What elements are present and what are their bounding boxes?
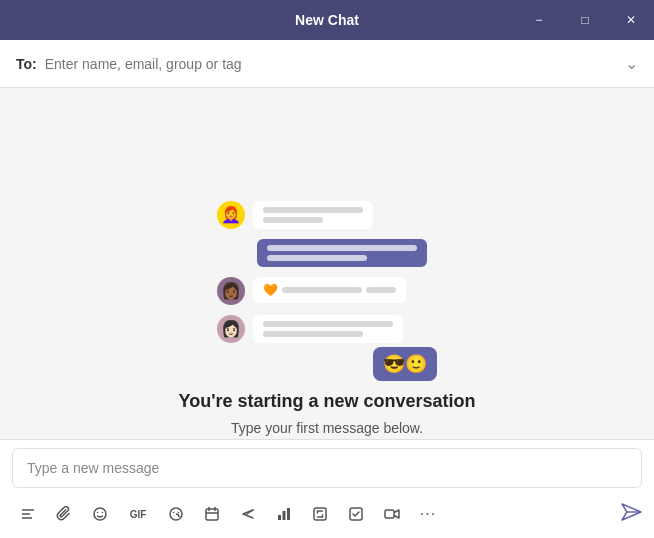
- close-button[interactable]: ✕: [608, 0, 654, 40]
- emoji-button[interactable]: [84, 498, 116, 530]
- poll-icon: [276, 506, 292, 522]
- task-icon: [348, 506, 364, 522]
- to-input[interactable]: [45, 56, 625, 72]
- maximize-button[interactable]: □: [562, 0, 608, 40]
- sticker-button[interactable]: [160, 498, 192, 530]
- emoji-reaction-bubble: 😎🙂: [373, 347, 437, 381]
- svg-point-7: [173, 512, 175, 514]
- message-input-box[interactable]: Type a new message: [12, 448, 642, 488]
- svg-rect-13: [278, 515, 281, 520]
- send-direction-icon: [240, 506, 256, 522]
- window-controls: − □ ✕: [516, 0, 654, 40]
- avatar-2: 👩🏾: [217, 277, 245, 305]
- send-button[interactable]: [620, 501, 642, 528]
- chevron-down-icon[interactable]: ⌄: [625, 54, 638, 73]
- bubble-line: [267, 255, 367, 261]
- chat-illustration: 👩‍🦰 👩🏾: [217, 191, 437, 371]
- task-button[interactable]: [340, 498, 372, 530]
- poll-button[interactable]: [268, 498, 300, 530]
- sticker-icon: [168, 506, 184, 522]
- svg-point-5: [102, 512, 104, 514]
- minimize-button[interactable]: −: [516, 0, 562, 40]
- message-placeholder: Type a new message: [27, 460, 159, 476]
- bubble-line: [263, 207, 363, 213]
- video-button[interactable]: [376, 498, 408, 530]
- to-field-container: To: ⌄: [0, 40, 654, 88]
- urgent-button[interactable]: [232, 498, 264, 530]
- gif-button[interactable]: GIF: [120, 498, 156, 530]
- format-button[interactable]: [12, 498, 44, 530]
- svg-point-4: [97, 512, 99, 514]
- bubble-line: [263, 217, 323, 223]
- more-dots-icon: ···: [420, 505, 436, 523]
- message-input-area: Type a new message: [0, 439, 654, 538]
- svg-rect-9: [206, 509, 218, 520]
- loop-button[interactable]: [304, 498, 336, 530]
- bubble-line: [366, 287, 396, 293]
- bubble-line: [282, 287, 362, 293]
- conversation-subtitle: Type your first message below.: [231, 420, 423, 436]
- attach-button[interactable]: [48, 498, 80, 530]
- app-window: New Chat − □ ✕ To: ⌄ 👩‍🦰: [0, 0, 654, 538]
- window-title: New Chat: [295, 12, 359, 28]
- bubble-line: [263, 321, 393, 327]
- to-label: To:: [16, 56, 37, 72]
- bubble-line: [267, 245, 417, 251]
- svg-rect-15: [287, 508, 290, 520]
- attach-icon: [56, 506, 72, 522]
- conversation-title: You're starting a new conversation: [178, 391, 475, 412]
- avatar-1: 👩‍🦰: [217, 201, 245, 229]
- format-icon: [20, 506, 36, 522]
- bubble-4: [253, 315, 403, 343]
- chat-row-4: 👩🏻: [217, 315, 437, 343]
- toolbar: GIF: [0, 492, 654, 538]
- more-options-button[interactable]: ···: [412, 498, 444, 530]
- bubble-line: [263, 331, 363, 337]
- title-bar: New Chat − □ ✕: [0, 0, 654, 40]
- svg-rect-16: [314, 508, 326, 520]
- emoji-icon: [92, 506, 108, 522]
- svg-point-8: [178, 512, 180, 514]
- video-icon: [384, 506, 400, 522]
- reaction-icon: 🧡: [263, 283, 278, 297]
- svg-rect-18: [385, 510, 394, 518]
- svg-rect-14: [283, 511, 286, 520]
- avatar-3: 👩🏻: [217, 315, 245, 343]
- schedule-button[interactable]: [196, 498, 228, 530]
- calendar-icon: [204, 506, 220, 522]
- chat-row-2: [217, 239, 427, 267]
- bubble-with-reaction: 🧡: [263, 283, 396, 297]
- svg-point-3: [94, 508, 106, 520]
- chat-row-3: 👩🏾 🧡: [217, 277, 437, 305]
- send-icon: [620, 501, 642, 523]
- gif-label: GIF: [130, 509, 147, 520]
- bubble-1: [253, 201, 373, 229]
- bubble-3: 🧡: [253, 277, 406, 303]
- loop-icon: [312, 506, 328, 522]
- bubble-2-purple: [257, 239, 427, 267]
- chat-row-1: 👩‍🦰: [217, 201, 437, 229]
